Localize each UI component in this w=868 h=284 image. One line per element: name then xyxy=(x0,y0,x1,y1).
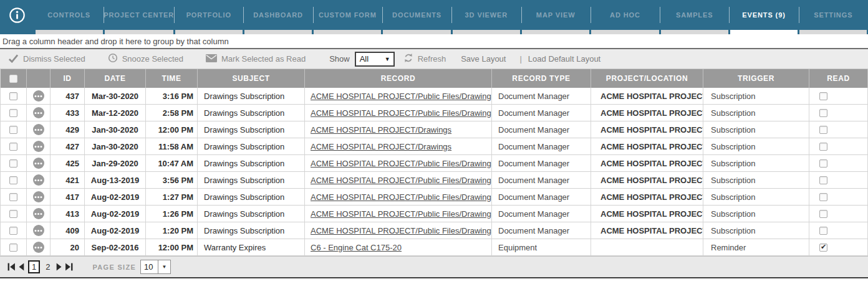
row-select-checkbox[interactable] xyxy=(9,227,17,235)
row-read-checkbox[interactable] xyxy=(819,244,827,252)
row-actions-ellipsis-button[interactable] xyxy=(33,141,44,152)
column-header-time[interactable]: TIME xyxy=(146,69,198,88)
nav-tab-dashboard[interactable]: DASHBOARD xyxy=(243,0,312,34)
record-link[interactable]: ACME HOSPITAL PROJECT/Public Files/Drawi… xyxy=(311,192,492,202)
row-actions-ellipsis-button[interactable] xyxy=(33,124,44,135)
row-actions-ellipsis-button[interactable] xyxy=(33,208,44,219)
show-filter-select[interactable]: All ▼ xyxy=(355,52,395,67)
row-read-checkbox[interactable] xyxy=(819,210,827,218)
row-select-checkbox[interactable] xyxy=(9,210,17,218)
group-by-drop-zone[interactable]: Drag a column header and drop it here to… xyxy=(0,34,868,48)
row-trigger: Subscription xyxy=(703,172,809,188)
select-all-checkbox[interactable] xyxy=(9,75,17,83)
row-read-checkbox[interactable] xyxy=(819,109,827,117)
record-link[interactable]: C6 - Engine Cat C175-20 xyxy=(311,243,402,252)
column-header-id[interactable]: ID xyxy=(51,69,85,88)
row-read-checkbox[interactable] xyxy=(819,227,827,235)
row-read-checkbox[interactable] xyxy=(819,176,827,184)
column-header-trigger[interactable]: TRIGGER xyxy=(703,69,809,88)
row-select-checkbox[interactable] xyxy=(9,126,17,134)
column-header-read[interactable]: READ xyxy=(809,69,868,88)
row-actions-ellipsis-button[interactable] xyxy=(33,191,44,202)
info-icon[interactable] xyxy=(0,0,34,30)
record-link[interactable]: ACME HOSPITAL PROJECT/Public Files/Drawi… xyxy=(311,176,492,185)
page-size-dropdown-button[interactable]: ▼ xyxy=(158,260,170,273)
row-actions-ellipsis-button[interactable] xyxy=(33,242,44,253)
next-page-button[interactable] xyxy=(54,261,64,273)
column-header-label: ID xyxy=(63,74,71,83)
table-row: 427 Jan-30-2020 11:58 AM Drawings Subscr… xyxy=(1,138,868,155)
save-layout-button[interactable]: Save Layout xyxy=(461,54,506,64)
nav-tab-ad-hoc[interactable]: AD HOC xyxy=(591,0,660,34)
previous-page-button[interactable] xyxy=(16,261,26,273)
record-link[interactable]: ACME HOSPITAL PROJECT/Public Files/Drawi… xyxy=(311,209,492,219)
page-number-2[interactable]: 2 xyxy=(46,262,50,272)
row-read-cell xyxy=(809,121,868,138)
row-record-type: Document Manager xyxy=(492,138,591,154)
row-select-checkbox[interactable] xyxy=(9,143,17,151)
row-read-cell xyxy=(809,138,868,154)
row-read-checkbox[interactable] xyxy=(819,126,827,134)
nav-tab-3d-viewer[interactable]: 3D VIEWER xyxy=(451,0,521,34)
column-header-actions[interactable] xyxy=(27,69,51,88)
record-link[interactable]: ACME HOSPITAL PROJECT/Public Files/Drawi… xyxy=(311,108,492,118)
page-size-select[interactable]: 10 ▼ xyxy=(140,260,171,274)
load-default-layout-button[interactable]: Load Default Layout xyxy=(528,54,600,64)
row-select-checkbox[interactable] xyxy=(9,244,17,252)
row-read-checkbox[interactable] xyxy=(819,159,827,168)
record-link[interactable]: ACME HOSPITAL PROJECT/Public Files/Drawi… xyxy=(311,159,492,168)
column-header-date[interactable]: DATE xyxy=(85,69,146,88)
row-read-checkbox[interactable] xyxy=(819,193,827,201)
column-header-project[interactable]: PROJECT/LOCATION xyxy=(591,69,703,88)
record-link[interactable]: ACME HOSPITAL PROJECT/Public Files/Drawi… xyxy=(311,226,492,235)
record-link[interactable]: ACME HOSPITAL PROJECT/Drawings xyxy=(311,125,451,135)
nav-strip-segment xyxy=(453,30,520,34)
row-select-checkbox[interactable] xyxy=(9,109,17,117)
row-read-cell xyxy=(809,172,868,188)
row-actions-ellipsis-button[interactable] xyxy=(33,107,44,118)
column-header-subject[interactable]: SUBJECT xyxy=(198,69,305,88)
row-read-checkbox[interactable] xyxy=(819,143,827,151)
row-actions-ellipsis-button[interactable] xyxy=(33,225,44,236)
row-select-checkbox[interactable] xyxy=(9,159,17,168)
mark-selected-read-button[interactable]: Mark Selected as Read xyxy=(206,54,306,64)
row-subject: Drawings Subscription xyxy=(198,222,305,239)
nav-tab-portfolio[interactable]: PORTFOLIO xyxy=(174,0,243,34)
row-select-checkbox[interactable] xyxy=(9,92,17,100)
column-header-rtype[interactable]: RECORD TYPE xyxy=(492,69,591,88)
last-page-button[interactable] xyxy=(64,261,74,273)
row-actions-ellipsis-button[interactable] xyxy=(33,174,44,186)
page-size-value: 10 xyxy=(141,260,158,273)
dismiss-selected-button[interactable]: Dismiss Selected xyxy=(8,54,85,65)
row-actions-ellipsis-button[interactable] xyxy=(33,158,44,169)
nav-tab-map-view[interactable]: MAP VIEW xyxy=(521,0,591,34)
first-page-button[interactable] xyxy=(6,261,16,273)
nav-strip-segment xyxy=(0,30,34,34)
row-actions-ellipsis-button[interactable] xyxy=(33,90,44,102)
row-select-checkbox[interactable] xyxy=(9,193,17,201)
refresh-button[interactable]: Refresh xyxy=(403,53,446,65)
nav-tab-controls[interactable]: CONTROLS xyxy=(34,0,104,34)
row-date: Aug-13-2019 xyxy=(85,172,146,188)
nav-tab-samples[interactable]: SAMPLES xyxy=(660,0,729,34)
row-select-cell xyxy=(1,239,27,255)
nav-tab-custom-form[interactable]: CUSTOM FORM xyxy=(313,0,382,34)
row-read-cell xyxy=(809,206,868,222)
bottom-spacer xyxy=(0,278,868,284)
row-project-location: ACME HOSPITAL PROJECT xyxy=(591,172,703,188)
snooze-selected-button[interactable]: Snooze Selected xyxy=(108,53,183,65)
refresh-icon xyxy=(403,53,413,65)
row-read-checkbox[interactable] xyxy=(819,92,827,100)
record-link[interactable]: ACME HOSPITAL PROJECT/Drawings xyxy=(311,142,451,151)
row-select-checkbox[interactable] xyxy=(9,176,17,184)
nav-tab-events-9[interactable]: EVENTS (9) xyxy=(729,0,798,34)
row-time: 11:58 AM xyxy=(146,138,198,154)
nav-tab-documents[interactable]: DOCUMENTS xyxy=(382,0,451,34)
nav-tab-project-center[interactable]: PROJECT CENTER xyxy=(104,0,174,34)
row-id: 437 xyxy=(51,88,85,104)
record-link[interactable]: ACME HOSPITAL PROJECT/Public Files/Drawi… xyxy=(311,92,492,101)
table-row: 421 Aug-13-2019 3:56 PM Drawings Subscri… xyxy=(1,172,868,189)
nav-tab-settings[interactable]: SETTINGS xyxy=(799,0,868,34)
row-trigger: Reminder xyxy=(703,239,809,255)
column-header-record[interactable]: RECORD xyxy=(305,69,492,88)
